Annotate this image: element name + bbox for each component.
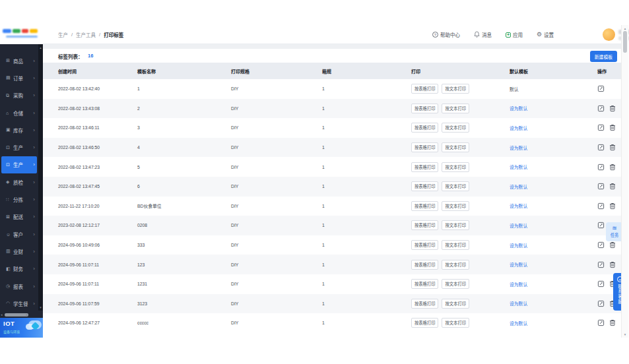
print-by-text-button[interactable]: 按文本打印 [442,123,469,133]
set-default-link[interactable]: 设为默认 [510,177,527,197]
scroll-right-icon[interactable]: ▸ [26,313,28,317]
set-default-link[interactable]: 设为默认 [510,157,527,177]
cell-create-time: 2022-08-02 13:43:08 [58,99,100,119]
print-by-text-button[interactable]: 按文本打印 [442,318,469,328]
delete-template-button[interactable] [609,124,616,131]
avatar[interactable] [603,28,615,41]
edit-template-button[interactable] [597,241,605,249]
sidebar-item-finance[interactable]: ◧ 财务 › [0,260,38,278]
print-by-text-button[interactable]: 按文本打印 [442,181,469,191]
messages-button[interactable]: 消息 [474,31,492,39]
apps-button[interactable]: + 应用 [506,31,523,38]
sidebar-item-delivery[interactable]: ⊠ 配送 › [0,208,38,226]
print-by-table-button[interactable]: 按表格打印 [411,181,438,191]
print-by-table-button[interactable]: 按表格打印 [411,240,438,250]
delete-template-button[interactable] [609,319,616,326]
delete-template-button[interactable] [609,241,616,249]
scroll-left-icon[interactable]: ◂ [1,313,3,317]
set-default-link[interactable]: 设为默认 [510,235,527,255]
iot-subtitle: 设备与环境 [3,329,20,334]
edit-template-button[interactable] [597,105,605,112]
edit-template-button[interactable] [597,124,605,131]
sidebar-item-sorting[interactable]: ∷ 分拣 › [0,191,38,208]
set-default-link[interactable]: 设为默认 [510,99,527,119]
print-by-table-button[interactable]: 按表格打印 [411,142,438,152]
scroll-up-icon[interactable]: ▴ [622,26,628,30]
chevron-right-icon: › [33,231,35,237]
print-by-text-button[interactable]: 按文本打印 [442,299,469,309]
help-center-button[interactable]: ? 帮助中心 [432,31,460,38]
print-by-table-button[interactable]: 按表格打印 [411,162,438,172]
sorting-icon: ∷ [6,197,13,202]
scroll-up-icon[interactable]: ▴ [38,46,43,49]
edit-template-button[interactable] [597,280,605,288]
delete-template-button[interactable] [609,183,616,190]
set-default-link[interactable]: 设为默认 [510,138,527,158]
delete-template-button[interactable] [609,164,616,171]
edit-template-button[interactable] [597,144,605,151]
edit-template-button[interactable] [597,85,605,92]
sidebar-item-warehouse[interactable]: ⌂ 仓储 › [0,104,38,121]
edit-template-button[interactable] [597,222,605,229]
set-default-link[interactable]: 设为默认 [510,274,527,294]
sidebar-horizontal-scrollbar[interactable]: ◂ ▸ [0,312,38,318]
sidebar-item-goods[interactable]: ⊞ 商品 › [0,52,38,69]
sidebar-item-orders[interactable]: ▤ 订单 › [0,69,38,86]
new-template-button[interactable]: 新建模板 [590,51,617,62]
sidebar-vertical-scrollbar[interactable]: ▴ ▾ [38,44,43,311]
print-by-table-button[interactable]: 按表格打印 [411,260,438,270]
sidebar-menu: ⊞ 商品 › ▤ 订单 › ⧉ 采购 › ⌂ 仓储 › ▣ 库存 › ⊡ 生产 … [0,52,38,312]
sidebar-item-production-active[interactable]: ⊡ 生产 › [1,156,37,173]
print-by-table-button[interactable]: 按表格打印 [411,104,438,113]
breadcrumb-item-production-tools[interactable]: 生产工具 [76,31,96,38]
print-by-text-button[interactable]: 按文本打印 [442,220,469,230]
print-by-table-button[interactable]: 按表格打印 [411,279,438,289]
edit-template-button[interactable] [597,183,605,190]
print-by-table-button[interactable]: 按表格打印 [411,318,438,328]
edit-template-button[interactable] [597,300,605,307]
delete-template-button[interactable] [609,261,616,268]
edit-template-button[interactable] [597,164,605,171]
set-default-link[interactable]: 设为默认 [510,118,527,138]
print-by-table-button[interactable]: 按表格打印 [411,201,438,211]
sidebar-item-production[interactable]: ⊡ 生产 › [0,138,38,156]
print-by-text-button[interactable]: 按文本打印 [442,84,469,94]
scroll-down-icon[interactable]: ▾ [38,305,43,309]
print-by-text-button[interactable]: 按文本打印 [442,260,469,270]
breadcrumb-item-production[interactable]: 生产 [58,31,68,38]
print-by-table-button[interactable]: 按表格打印 [411,220,438,230]
settings-button[interactable]: ⚙ 设置 [537,31,554,38]
vscroll-thumb[interactable] [623,31,627,53]
print-by-text-button[interactable]: 按文本打印 [442,142,469,152]
sidebar-item-student-meals[interactable]: ◠ 学生餐 › [0,295,38,312]
print-by-text-button[interactable]: 按文本打印 [442,104,469,113]
set-default-link[interactable]: 设为默认 [510,294,527,314]
print-by-table-button[interactable]: 按表格打印 [411,299,438,309]
sidebar-item-customers[interactable]: ☺ 客户 › [0,226,38,243]
edit-template-button[interactable] [597,261,605,268]
print-by-text-button[interactable]: 按文本打印 [442,201,469,211]
print-by-table-button[interactable]: 按表格打印 [411,123,438,133]
sidebar-item-inventory[interactable]: ▣ 库存 › [0,121,38,138]
edit-template-button[interactable] [597,319,605,326]
set-default-link[interactable]: 设为默认 [510,255,527,274]
iot-banner[interactable]: IOT 设备与环境 [0,318,43,338]
print-by-text-button[interactable]: 按文本打印 [442,240,469,250]
sidebar-item-reports[interactable]: ◷ 报表 › [0,278,38,295]
print-by-table-button[interactable]: 按表格打印 [411,84,438,94]
set-default-link[interactable]: 设为默认 [510,216,527,235]
set-default-link[interactable]: 设为默认 [510,313,527,333]
hscroll-thumb[interactable] [5,313,28,317]
print-by-text-button[interactable]: 按文本打印 [442,162,469,172]
sidebar-item-biz-finance[interactable]: ▥ 业财 › [0,243,38,260]
edit-template-button[interactable] [597,202,605,210]
delete-template-button[interactable] [609,144,616,151]
scroll-down-icon[interactable]: ▾ [622,332,628,336]
sidebar-item-purchase[interactable]: ⧉ 采购 › [0,87,38,104]
page-vertical-scrollbar[interactable]: ▴ ▾ [621,25,628,338]
delete-template-button[interactable] [609,202,616,210]
print-by-text-button[interactable]: 按文本打印 [442,279,469,289]
set-default-link[interactable]: 设为默认 [510,197,527,216]
delete-template-button[interactable] [609,105,616,112]
sidebar-item-quality[interactable]: ◈ 质检 › [0,173,38,191]
